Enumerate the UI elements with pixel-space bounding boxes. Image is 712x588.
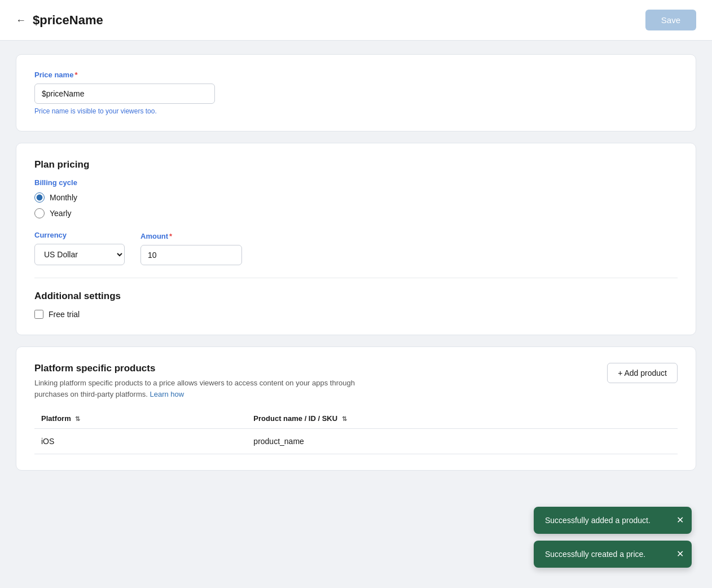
column-platform[interactable]: Platform ⇅ bbox=[34, 409, 247, 429]
toast-created-price: Successfully created a price. ✕ bbox=[534, 541, 692, 568]
radio-item-yearly[interactable]: Yearly bbox=[34, 208, 678, 218]
currency-amount-row: Currency US Dollar Euro British Pound Ja… bbox=[34, 231, 678, 265]
required-star: * bbox=[74, 71, 77, 79]
amount-field-group: Amount* bbox=[140, 232, 242, 265]
page-title: $priceName bbox=[33, 13, 103, 28]
price-name-hint: Price name is visible to your viewers to… bbox=[34, 107, 678, 115]
currency-field-group: Currency US Dollar Euro British Pound Ja… bbox=[34, 231, 125, 265]
additional-settings-title: Additional settings bbox=[34, 291, 678, 302]
table-header-row: Platform ⇅ Product name / ID / SKU ⇅ bbox=[34, 409, 678, 429]
currency-select[interactable]: US Dollar Euro British Pound Japanese Ye… bbox=[34, 244, 125, 265]
radio-item-monthly[interactable]: Monthly bbox=[34, 192, 678, 203]
toast-added-product: Successfully added a product. ✕ bbox=[534, 507, 692, 534]
price-name-label: Price name* bbox=[34, 71, 678, 79]
billing-cycle-label: Billing cycle bbox=[34, 178, 678, 187]
add-product-button[interactable]: + Add product bbox=[607, 363, 678, 383]
platform-products-desc: Linking platform specific products to a … bbox=[34, 378, 384, 400]
plan-pricing-card: Plan pricing Billing cycle Monthly Yearl… bbox=[16, 143, 696, 335]
products-table-body: iOS product_name bbox=[34, 429, 678, 454]
back-arrow-icon[interactable]: ← bbox=[16, 15, 26, 25]
amount-label: Amount* bbox=[140, 232, 242, 240]
radio-yearly[interactable] bbox=[34, 208, 45, 218]
price-name-card: Price name* Price name is visible to you… bbox=[16, 54, 696, 131]
free-trial-label: Free trial bbox=[49, 310, 80, 319]
free-trial-checkbox[interactable] bbox=[34, 310, 43, 319]
platform-products-title: Platform specific products bbox=[34, 363, 384, 374]
table-row: iOS product_name bbox=[34, 429, 678, 454]
toast-close-button-2[interactable]: ✕ bbox=[676, 550, 684, 559]
amount-input[interactable] bbox=[140, 245, 242, 265]
products-table: Platform ⇅ Product name / ID / SKU ⇅ iOS… bbox=[34, 409, 678, 454]
save-button[interactable]: Save bbox=[645, 10, 696, 30]
cell-platform: iOS bbox=[34, 429, 247, 454]
plan-pricing-title: Plan pricing bbox=[34, 159, 678, 170]
billing-cycle-radio-group: Monthly Yearly bbox=[34, 192, 678, 218]
learn-how-link[interactable]: Learn how bbox=[150, 390, 184, 398]
platform-sort-icon: ⇅ bbox=[75, 415, 80, 423]
toast-close-button-1[interactable]: ✕ bbox=[676, 516, 684, 525]
platform-info: Platform specific products Linking platf… bbox=[34, 363, 384, 400]
toast-container: Successfully added a product. ✕ Successf… bbox=[534, 507, 692, 568]
header: ← $priceName Save bbox=[0, 0, 712, 41]
price-name-input[interactable] bbox=[34, 84, 215, 104]
products-table-head: Platform ⇅ Product name / ID / SKU ⇅ bbox=[34, 409, 678, 429]
radio-monthly-label: Monthly bbox=[50, 193, 77, 202]
header-left: ← $priceName bbox=[16, 13, 103, 28]
platform-header: Platform specific products Linking platf… bbox=[34, 363, 678, 400]
main-content: Price name* Price name is visible to you… bbox=[0, 41, 712, 484]
product-sort-icon: ⇅ bbox=[342, 415, 347, 423]
radio-monthly[interactable] bbox=[34, 192, 45, 203]
column-product-name[interactable]: Product name / ID / SKU ⇅ bbox=[247, 409, 678, 429]
cell-product: product_name bbox=[247, 429, 678, 454]
radio-yearly-label: Yearly bbox=[50, 209, 71, 218]
currency-label: Currency bbox=[34, 231, 125, 239]
toast-added-product-message: Successfully added a product. bbox=[545, 516, 651, 525]
platform-products-card: Platform specific products Linking platf… bbox=[16, 346, 696, 471]
section-divider bbox=[34, 278, 678, 278]
toast-created-price-message: Successfully created a price. bbox=[545, 550, 645, 559]
amount-required-star: * bbox=[169, 232, 172, 240]
free-trial-checkbox-item[interactable]: Free trial bbox=[34, 310, 678, 319]
